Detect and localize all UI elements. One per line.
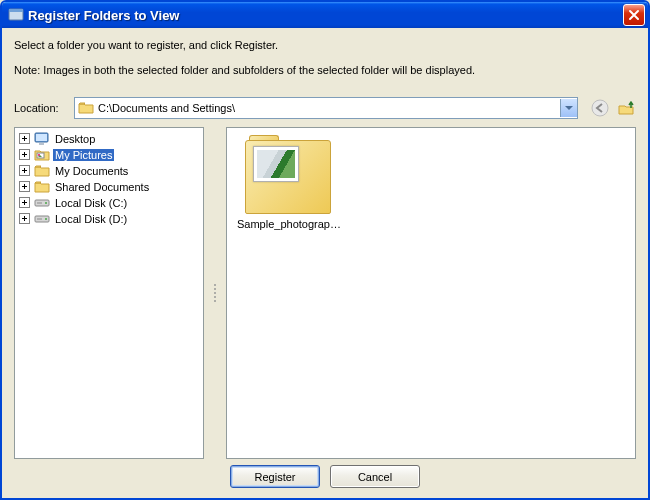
- tree-item-label: My Pictures: [53, 149, 114, 161]
- folder-thumbnail: [243, 138, 335, 216]
- thumbnail-image: [253, 146, 299, 182]
- tree-item-local-disk-c-[interactable]: Local Disk (C:): [17, 195, 201, 211]
- svg-rect-10: [37, 202, 42, 204]
- expander-icon[interactable]: [19, 181, 30, 192]
- tree-item-my-pictures[interactable]: My Pictures: [17, 147, 201, 163]
- svg-rect-5: [39, 143, 44, 145]
- svg-point-2: [592, 100, 608, 116]
- expander-icon[interactable]: [19, 133, 30, 144]
- location-combo[interactable]: C:\Documents and Settings\: [74, 97, 578, 119]
- svg-rect-4: [36, 134, 47, 141]
- expander-icon[interactable]: [19, 213, 30, 224]
- dialog-window: Register Folders to View Select a folder…: [0, 0, 650, 500]
- register-button[interactable]: Register: [230, 465, 320, 488]
- folder-icon: [34, 163, 50, 179]
- folder-icon: [78, 100, 94, 116]
- chevron-down-icon[interactable]: [560, 99, 577, 117]
- svg-point-12: [45, 218, 47, 220]
- expander-icon[interactable]: [19, 149, 30, 160]
- app-icon: [8, 7, 24, 23]
- tree-item-label: Local Disk (D:): [53, 213, 129, 225]
- tree-item-label: Shared Documents: [53, 181, 151, 193]
- drive-icon: [34, 195, 50, 211]
- desktop-icon: [34, 131, 50, 147]
- tree-item-my-documents[interactable]: My Documents: [17, 163, 201, 179]
- folder-caption: Sample_photography: [237, 218, 341, 230]
- dialog-title: Register Folders to View: [28, 8, 623, 23]
- location-label: Location:: [14, 102, 66, 114]
- folder-tree[interactable]: DesktopMy PicturesMy DocumentsShared Doc…: [14, 127, 204, 459]
- panels: DesktopMy PicturesMy DocumentsShared Doc…: [14, 127, 636, 459]
- location-row: Location: C:\Documents and Settings\: [14, 97, 636, 119]
- cancel-button[interactable]: Cancel: [330, 465, 420, 488]
- folder-icon: [34, 179, 50, 195]
- tree-item-desktop[interactable]: Desktop: [17, 131, 201, 147]
- svg-point-9: [45, 202, 47, 204]
- titlebar: Register Folders to View: [2, 2, 648, 28]
- dialog-body: Select a folder you want to register, an…: [2, 28, 648, 498]
- location-path: C:\Documents and Settings\: [94, 102, 560, 114]
- note-text: Note: Images in both the selected folder…: [14, 63, 636, 78]
- tree-item-local-disk-d-[interactable]: Local Disk (D:): [17, 211, 201, 227]
- up-one-level-button[interactable]: [616, 98, 636, 118]
- instruction-text: Select a folder you want to register, an…: [14, 38, 636, 53]
- location-toolbar: [586, 98, 636, 118]
- button-row: Register Cancel: [14, 459, 636, 490]
- svg-rect-1: [9, 9, 23, 12]
- back-button[interactable]: [590, 98, 610, 118]
- tree-item-label: Local Disk (C:): [53, 197, 129, 209]
- cancel-button-label: Cancel: [358, 471, 392, 483]
- splitter[interactable]: [212, 127, 218, 459]
- expander-icon[interactable]: [19, 197, 30, 208]
- folder-item[interactable]: Sample_photography: [237, 138, 341, 256]
- drive-icon: [34, 211, 50, 227]
- svg-rect-13: [37, 218, 42, 220]
- tree-item-label: My Documents: [53, 165, 130, 177]
- tree-item-label: Desktop: [53, 133, 97, 145]
- expander-icon[interactable]: [19, 165, 30, 176]
- tree-item-shared-documents[interactable]: Shared Documents: [17, 179, 201, 195]
- pictures-icon: [34, 147, 50, 163]
- register-button-label: Register: [255, 471, 296, 483]
- folder-contents[interactable]: Sample_photography: [226, 127, 636, 459]
- close-button[interactable]: [623, 4, 645, 26]
